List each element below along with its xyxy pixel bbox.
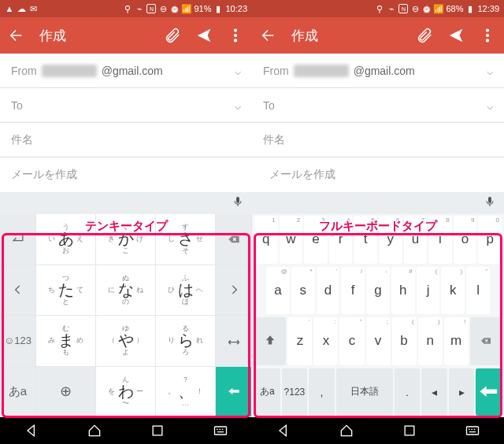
mode-key[interactable]: あa [254,368,280,416]
comma-key[interactable]: , [309,368,335,416]
tenkey-key[interactable]: るりられろ [156,316,216,367]
nav-recent-icon[interactable] [402,423,417,438]
tenkey-side-enter[interactable] [216,367,252,418]
tenkey-key[interactable]: つちたてと [36,265,96,316]
tenkey-side-right[interactable] [216,265,252,316]
key-c[interactable]: "c [339,317,364,365]
tenkey-key[interactable]: むみまめも [36,316,96,367]
chevron-down-icon[interactable]: ⌵ [235,65,241,77]
right-arrow-key[interactable]: ▸ [449,368,475,416]
key-j[interactable]: (j [417,267,440,315]
mic-icon[interactable] [484,195,496,211]
key-h[interactable]: #h [391,267,415,315]
back-icon[interactable] [8,27,25,44]
tenkey-keyboard: ういあえおくきかけこすしさせそつちたてとぬになねのふひはへほ☺123むみまめもゆ… [0,214,252,417]
keyboard-type-label: テンキータイプ [0,219,252,234]
svg-point-7 [487,35,489,37]
key-f[interactable]: /f [341,267,365,315]
cloud-icon: ☁ [17,4,26,13]
send-icon[interactable] [447,27,465,44]
back-icon[interactable] [260,27,277,44]
app-bar: 作成 [0,17,252,54]
key-d[interactable]: 'd [317,267,340,315]
period-key[interactable]: . [395,368,421,416]
globe-icon[interactable]: ⊕ [36,367,96,418]
to-row[interactable]: To ⌵ [252,88,504,123]
nav-home-icon[interactable] [339,423,354,438]
appbar-title: 作成 [291,27,402,45]
svg-rect-4 [153,426,162,435]
tenkey-side-left[interactable] [0,265,36,316]
location-icon: ⚲ [123,4,132,13]
tenkey-key[interactable]: ふひはへほ [156,265,216,316]
nav-ime-icon[interactable] [213,423,228,438]
from-user-blurred [42,65,97,77]
tenkey-key[interactable]: ？。、！… [156,367,216,418]
from-domain: @gmail.com [354,65,415,77]
signal-icon: 📶 [434,4,443,13]
body-row[interactable]: メールを作成 [252,157,504,192]
key-k[interactable]: )k [441,267,465,315]
enter-key[interactable] [476,368,502,416]
subject-row[interactable]: 件名 [252,123,504,157]
nav-home-icon[interactable] [87,423,102,438]
status-bar: ▲ ☁ ✉ ⚲ ⌁ N ⊖ ⏰ 📶 91% ▮ 10:23 [0,0,252,17]
shift-key[interactable] [254,317,286,365]
key-z[interactable]: 'z [287,317,312,365]
nav-back-icon[interactable] [276,423,291,438]
key-b[interactable]: (b [392,317,417,365]
attach-icon[interactable] [416,27,433,44]
chevron-down-icon[interactable]: ⌵ [235,99,241,112]
mic-icon[interactable] [232,195,244,211]
key-v[interactable]: ;v [366,317,391,365]
key-l[interactable]: "l [466,267,490,315]
keyboard-type-label: フルキーボードタイプ [252,219,504,234]
from-row[interactable]: From @gmail.com ⌵ [0,54,252,88]
num-key[interactable]: ?123 [282,368,308,416]
nav-back-icon[interactable] [24,423,39,438]
tenkey-key[interactable]: ぬになねの [96,265,156,316]
chevron-down-icon[interactable]: ⌵ [487,99,493,112]
key-s[interactable]: *s [291,267,315,315]
key-x[interactable]: :x [313,317,338,365]
clock-text: 10:23 [225,4,247,13]
body-placeholder: メールを作成 [269,168,335,182]
svg-point-2 [235,39,237,42]
tenkey-side-mode[interactable]: あa [0,367,36,418]
from-domain: @gmail.com [102,65,163,77]
language-key[interactable]: 日本語 [336,368,393,416]
chevron-down-icon[interactable]: ⌵ [487,65,493,77]
svg-point-0 [235,29,237,31]
left-arrow-key[interactable]: ◂ [421,368,447,416]
navigation-bar [0,417,252,444]
appbar-title: 作成 [39,27,150,45]
tenkey-side-emoji[interactable]: ☺123 [0,316,36,367]
nav-recent-icon[interactable] [150,423,165,438]
send-icon[interactable] [195,27,213,44]
more-icon[interactable] [479,27,496,44]
battery-icon: ▮ [465,4,475,13]
key-n[interactable]: )n [418,317,443,365]
qwerty-keyboard: 1q2w3e4r5t6y7u8i9o0p@a*s'd/f-g#h(j)k"l'z… [252,214,504,417]
keyboard-toolbar [252,192,504,214]
tenkey-key[interactable]: ゆ（や）よ [96,316,156,367]
nav-ime-icon[interactable] [465,423,480,438]
tenkey-key[interactable]: んをわー〜 [96,367,156,418]
bluetooth-icon: ⌁ [135,4,144,13]
mail-icon: ✉ [28,4,38,13]
key-a[interactable]: @a [266,267,290,315]
attach-icon[interactable] [164,27,181,44]
key-g[interactable]: -g [366,267,390,315]
key-m[interactable]: !m [444,317,469,365]
phone-left: ▲ ☁ ✉ ⚲ ⌁ N ⊖ ⏰ 📶 91% ▮ 10:23 作成 From @g… [0,0,252,444]
body-row[interactable]: メールを作成 [0,157,252,192]
subject-row[interactable]: 件名 [0,123,252,157]
backspace-key[interactable] [470,317,502,365]
from-label: From [263,65,289,77]
body-placeholder: メールを作成 [11,168,77,182]
more-icon[interactable] [227,27,244,44]
to-row[interactable]: To ⌵ [0,88,252,123]
svg-rect-11 [467,427,479,435]
tenkey-side-space[interactable] [216,316,252,367]
from-row[interactable]: From @gmail.com ⌵ [252,54,504,88]
